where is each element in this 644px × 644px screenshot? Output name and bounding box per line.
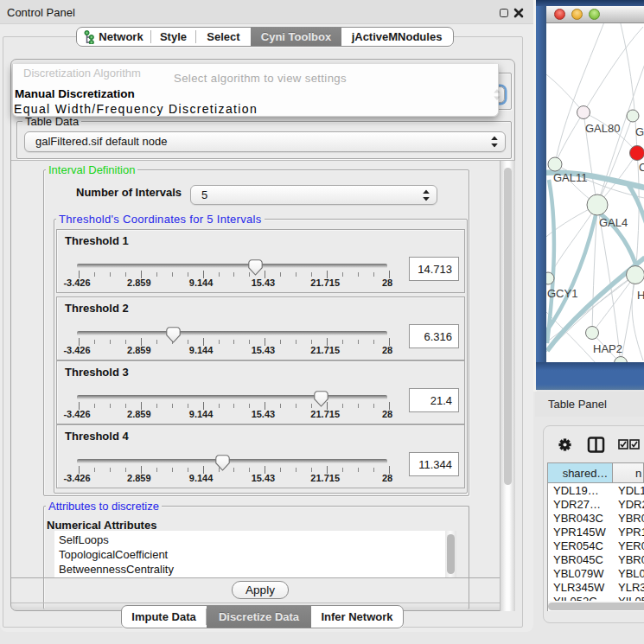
svg-text:C: C: [639, 161, 644, 174]
svg-text:GAL4: GAL4: [599, 216, 628, 229]
svg-text:GA: GA: [635, 125, 644, 138]
svg-text:GAL11: GAL11: [553, 171, 588, 184]
svg-text:HAP2: HAP2: [593, 342, 622, 355]
svg-text:H: H: [637, 289, 644, 302]
svg-text:GCY1: GCY1: [547, 287, 577, 300]
svg-text:GAL80: GAL80: [585, 122, 620, 135]
